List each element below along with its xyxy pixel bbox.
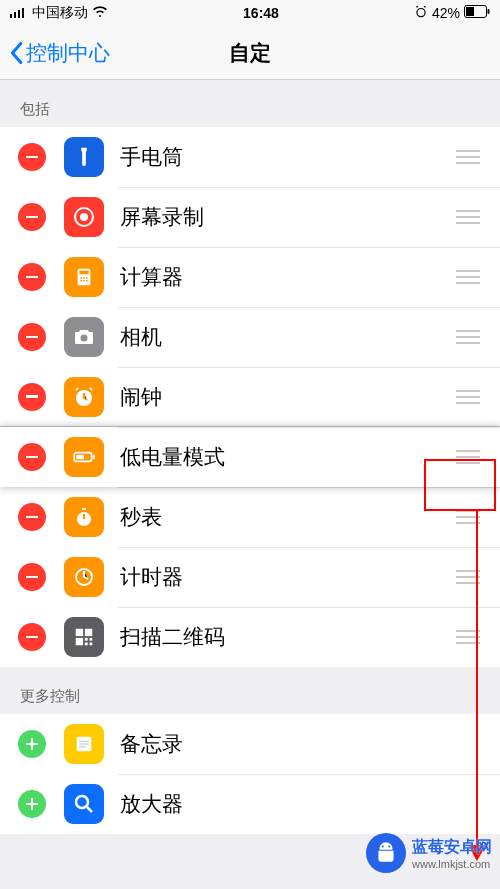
page-title: 自定 — [229, 39, 271, 67]
svg-rect-31 — [85, 643, 88, 646]
include-row-stopwatch: 秒表 — [0, 487, 500, 547]
reorder-grip[interactable] — [450, 624, 486, 650]
timer-icon — [64, 557, 104, 597]
more-header: 更多控制 — [0, 667, 500, 714]
calculator-icon — [64, 257, 104, 297]
svg-rect-32 — [90, 643, 93, 646]
add-button[interactable] — [18, 730, 46, 758]
remove-button[interactable] — [18, 203, 46, 231]
add-button[interactable] — [18, 790, 46, 818]
row-label: 计算器 — [120, 263, 450, 291]
svg-rect-0 — [10, 14, 12, 18]
remove-button[interactable] — [18, 323, 46, 351]
svg-rect-30 — [90, 638, 93, 641]
svg-rect-22 — [93, 455, 95, 459]
svg-rect-28 — [76, 638, 83, 645]
watermark-title: 蓝莓安卓网 — [412, 838, 492, 855]
more-row-magnifier: 放大器 — [0, 774, 500, 834]
svg-rect-11 — [79, 271, 88, 275]
back-button[interactable]: 控制中心 — [8, 39, 110, 67]
alarm-status-icon — [414, 5, 428, 22]
watermark: 蓝莓安卓网 www.lmkjst.com — [366, 833, 492, 873]
svg-point-17 — [86, 280, 88, 282]
include-row-camera: 相机 — [0, 307, 500, 367]
svg-point-14 — [86, 277, 88, 279]
row-label: 低电量模式 — [120, 443, 450, 471]
include-row-screenrec: 屏幕录制 — [0, 187, 500, 247]
watermark-icon — [366, 833, 406, 873]
svg-point-12 — [80, 277, 82, 279]
svg-point-18 — [81, 335, 88, 342]
svg-point-15 — [80, 280, 82, 282]
svg-point-40 — [388, 845, 390, 847]
include-row-qrscan: 扫描二维码 — [0, 607, 500, 667]
svg-rect-2 — [18, 10, 20, 18]
remove-button[interactable] — [18, 623, 46, 651]
svg-rect-24 — [82, 508, 86, 510]
camera-icon — [64, 317, 104, 357]
more-row-notes: 备忘录 — [0, 714, 500, 774]
signal-icon — [10, 5, 28, 21]
remove-button[interactable] — [18, 443, 46, 471]
nav-bar: 控制中心 自定 — [0, 26, 500, 80]
more-list: 备忘录放大器 — [0, 714, 500, 834]
row-label: 闹钟 — [120, 383, 450, 411]
row-label: 备忘录 — [120, 730, 486, 758]
svg-point-4 — [417, 8, 425, 16]
reorder-grip[interactable] — [450, 264, 486, 290]
include-list: 手电筒屏幕录制计算器相机闹钟低电量模式秒表计时器扫描二维码 — [0, 127, 500, 667]
svg-rect-29 — [85, 638, 88, 641]
clock-icon — [64, 377, 104, 417]
remove-button[interactable] — [18, 263, 46, 291]
remove-button[interactable] — [18, 143, 46, 171]
record-icon — [64, 197, 104, 237]
svg-rect-21 — [76, 455, 84, 459]
include-header: 包括 — [0, 80, 500, 127]
reorder-grip[interactable] — [450, 384, 486, 410]
back-label: 控制中心 — [26, 39, 110, 67]
remove-button[interactable] — [18, 503, 46, 531]
svg-rect-1 — [14, 12, 16, 18]
stopwatch-icon — [64, 497, 104, 537]
include-row-lowpower: 低电量模式 — [0, 427, 500, 487]
row-label: 屏幕录制 — [120, 203, 450, 231]
reorder-grip[interactable] — [450, 324, 486, 350]
remove-button[interactable] — [18, 563, 46, 591]
row-label: 计时器 — [120, 563, 450, 591]
svg-point-9 — [80, 213, 88, 221]
carrier-label: 中国移动 — [32, 4, 88, 22]
clock-label: 16:48 — [243, 5, 279, 21]
include-row-calculator: 计算器 — [0, 247, 500, 307]
row-label: 秒表 — [120, 503, 450, 531]
svg-point-39 — [382, 845, 384, 847]
battery-icon — [64, 437, 104, 477]
reorder-grip[interactable] — [450, 144, 486, 170]
reorder-grip[interactable] — [450, 204, 486, 230]
svg-point-37 — [76, 796, 88, 808]
svg-rect-3 — [22, 8, 24, 18]
svg-line-38 — [87, 807, 92, 812]
qr-icon — [64, 617, 104, 657]
row-label: 手电筒 — [120, 143, 450, 171]
svg-rect-7 — [488, 9, 490, 14]
svg-point-16 — [83, 280, 85, 282]
chevron-left-icon — [8, 41, 24, 65]
magnifier-icon — [64, 784, 104, 824]
notes-icon — [64, 724, 104, 764]
reorder-grip[interactable] — [450, 444, 486, 470]
status-bar: 中国移动 16:48 42% — [0, 0, 500, 26]
include-row-alarm: 闹钟 — [0, 367, 500, 427]
include-row-timer: 计时器 — [0, 547, 500, 607]
flashlight-icon — [64, 137, 104, 177]
remove-button[interactable] — [18, 383, 46, 411]
battery-icon — [464, 5, 490, 21]
svg-rect-6 — [466, 7, 474, 16]
reorder-grip[interactable] — [450, 504, 486, 530]
wifi-icon — [92, 5, 108, 21]
row-label: 放大器 — [120, 790, 486, 818]
watermark-url: www.lmkjst.com — [412, 858, 492, 870]
include-row-flashlight: 手电筒 — [0, 127, 500, 187]
row-label: 扫描二维码 — [120, 623, 450, 651]
reorder-grip[interactable] — [450, 564, 486, 590]
svg-rect-27 — [85, 629, 92, 636]
